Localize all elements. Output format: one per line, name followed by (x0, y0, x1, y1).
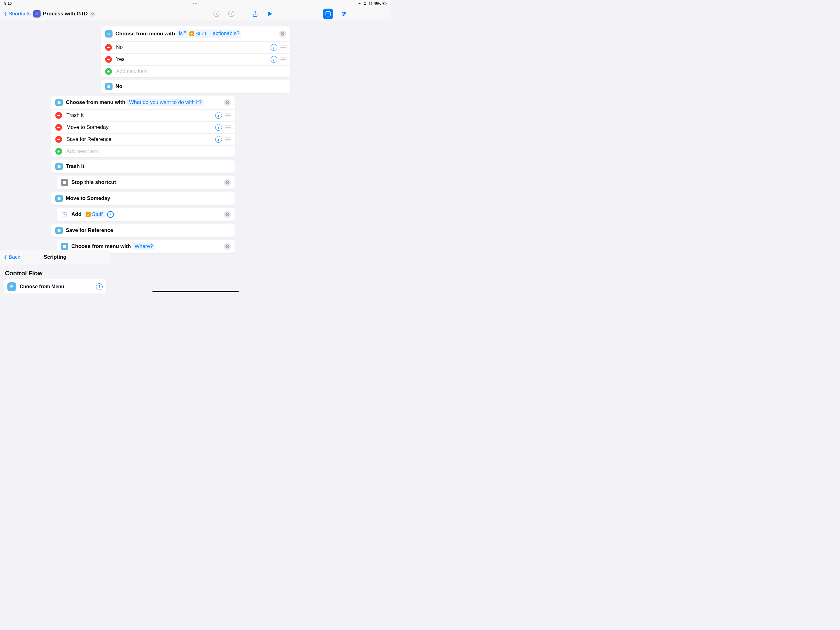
drag-handle-icon[interactable] (280, 46, 286, 49)
add-item-row[interactable]: + Add new item (101, 65, 290, 77)
svg-rect-25 (63, 181, 66, 184)
status-right: 46% (357, 1, 387, 6)
branch-save-reference[interactable]: Save for Reference (51, 224, 235, 237)
action-label: Choose from menu with (71, 243, 131, 250)
action-choose-from-menu-2[interactable]: Choose from menu with What do you want t… (51, 96, 235, 157)
svg-rect-6 (35, 14, 37, 15)
tab-actions[interactable] (323, 9, 333, 19)
info-icon[interactable]: i (96, 283, 103, 290)
action-library-item[interactable]: Choose from Menui (4, 279, 106, 293)
branch-label: Trash it (66, 163, 84, 169)
action-choose-from-menu-1[interactable]: Choose from menu with Is " xStuff " acti… (101, 27, 290, 77)
svg-point-10 (343, 12, 344, 13)
battery-percent: 46% (374, 1, 381, 6)
svg-rect-4 (35, 12, 38, 13)
branch-label: Move to Someday (66, 195, 111, 201)
expand-button[interactable] (107, 211, 114, 218)
svg-rect-23 (57, 166, 60, 167)
menu-icon (55, 163, 63, 170)
action-stop-shortcut[interactable]: Stop this shortcut ✕ (57, 176, 235, 189)
things-icon (61, 211, 68, 218)
action-label: Choose from menu with (115, 31, 175, 37)
shortcut-editor[interactable]: Choose from menu with Is " xStuff " acti… (0, 21, 391, 293)
svg-rect-17 (107, 86, 110, 87)
remove-item-button[interactable] (105, 56, 112, 63)
share-button[interactable] (250, 9, 260, 19)
shortcut-title[interactable]: Process with GTD (43, 11, 88, 17)
svg-rect-28 (57, 199, 60, 199)
nav-back-button[interactable]: Shortcuts (4, 11, 31, 17)
svg-rect-2 (383, 3, 385, 4)
svg-rect-18 (107, 87, 110, 88)
remove-item-button[interactable] (55, 112, 62, 119)
info-icon[interactable]: i (215, 112, 222, 119)
info-icon[interactable]: i (271, 44, 277, 51)
svg-rect-26 (57, 198, 60, 198)
action-label: Add (71, 211, 82, 217)
svg-rect-33 (63, 245, 66, 246)
status-time: 8:10 (4, 1, 12, 6)
drag-handle-icon[interactable] (225, 114, 231, 117)
remove-item-button[interactable] (55, 124, 62, 131)
redo-button[interactable] (226, 9, 236, 19)
prompt-text[interactable]: Is " xStuff " actionable? (177, 30, 242, 38)
remove-item-button[interactable] (55, 136, 62, 143)
close-icon[interactable]: ✕ (224, 179, 231, 186)
svg-rect-30 (57, 230, 60, 230)
close-icon[interactable]: ✕ (279, 30, 286, 37)
info-icon[interactable]: i (215, 124, 222, 131)
add-item-placeholder: Add new item (116, 68, 148, 74)
menu-item-row[interactable]: Trash it i (51, 109, 235, 121)
action-add-things[interactable]: Add xStuff ✕ (57, 207, 235, 221)
svg-rect-5 (35, 14, 38, 14)
svg-rect-27 (57, 198, 60, 199)
drag-handle-icon[interactable] (225, 138, 231, 141)
branch-label: No (115, 83, 123, 90)
close-icon[interactable]: ✕ (224, 243, 231, 250)
svg-rect-14 (107, 33, 110, 34)
add-item-row[interactable]: + Add new item (51, 145, 235, 157)
menu-item-row[interactable]: Save for Reference i (51, 133, 235, 145)
info-icon[interactable]: i (271, 56, 277, 63)
branch-no[interactable]: No (101, 80, 290, 93)
headphones-icon (368, 1, 373, 6)
branch-move-someday[interactable]: Move to Someday (51, 192, 235, 205)
drag-handle-icon[interactable] (280, 57, 286, 61)
add-item-button[interactable]: + (105, 68, 112, 75)
remove-item-button[interactable] (105, 44, 112, 51)
info-icon[interactable]: i (215, 136, 222, 143)
branch-trash-it[interactable]: Trash it (51, 160, 235, 173)
variable-pill[interactable]: xStuff (84, 211, 104, 218)
menu-item-label: Save for Reference (66, 136, 111, 142)
svg-point-11 (344, 13, 345, 14)
menu-item-label: Move to Someday (66, 124, 109, 130)
sidebar-content[interactable]: Control Flow Choose from MenuiIfiRepeati… (0, 264, 110, 293)
action-label: Stop this shortcut (71, 179, 116, 185)
svg-rect-24 (57, 167, 60, 168)
menu-item-row[interactable]: Move to Someday i (51, 121, 235, 133)
tab-settings[interactable] (339, 9, 349, 19)
action-label: Choose from menu with (66, 99, 125, 106)
menu-item-row[interactable]: No i (101, 41, 290, 53)
prompt-text[interactable]: What do you want to do with it? (127, 99, 204, 106)
person-icon (363, 1, 367, 6)
sidebar-back-button[interactable]: Back (4, 254, 20, 260)
sidebar-tabs (281, 7, 391, 21)
title-menu-button[interactable] (90, 11, 96, 17)
svg-rect-34 (63, 246, 66, 247)
drag-handle-icon[interactable] (225, 125, 231, 129)
branch-label: Save for Reference (66, 227, 113, 233)
svg-rect-35 (63, 247, 66, 248)
menu-item-label: Trash it (66, 112, 84, 119)
run-button[interactable] (265, 9, 275, 19)
close-icon[interactable]: ✕ (224, 211, 231, 218)
add-item-button[interactable]: + (55, 148, 62, 155)
close-icon[interactable]: ✕ (224, 99, 231, 106)
svg-rect-37 (10, 287, 14, 287)
menu-item-row[interactable]: Yes i (101, 53, 290, 65)
prompt-text[interactable]: Where? (133, 243, 155, 250)
multitask-dots: ••• (193, 2, 198, 5)
menu-item-label: Yes (116, 56, 125, 62)
undo-button[interactable] (212, 9, 221, 19)
status-bar: 8:10 ••• 46% (0, 0, 391, 7)
